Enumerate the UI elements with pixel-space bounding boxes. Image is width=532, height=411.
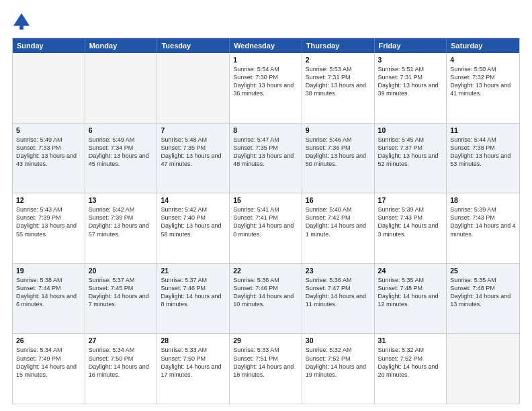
cell-info: Sunrise: 5:50 AMSunset: 7:32 PMDaylight:… — [450, 65, 516, 98]
day-number: 20 — [89, 267, 154, 275]
cell-info: Sunrise: 5:45 AMSunset: 7:37 PMDaylight:… — [378, 136, 443, 169]
calendar-cell-r0-c3: 1Sunrise: 5:54 AMSunset: 7:30 PMDaylight… — [230, 53, 302, 123]
day-number: 2 — [306, 56, 371, 64]
cell-info: Sunrise: 5:49 AMSunset: 7:34 PMDaylight:… — [89, 136, 154, 169]
cell-info: Sunrise: 5:39 AMSunset: 7:43 PMDaylight:… — [450, 205, 516, 238]
cell-info: Sunrise: 5:54 AMSunset: 7:30 PMDaylight:… — [233, 65, 298, 98]
logo — [12, 12, 34, 31]
day-number: 1 — [233, 56, 298, 64]
cell-info: Sunrise: 5:34 AMSunset: 7:49 PMDaylight:… — [16, 346, 81, 379]
day-number: 26 — [16, 336, 81, 345]
calendar-cell-r4-c6 — [447, 334, 519, 404]
cell-info: Sunrise: 5:33 AMSunset: 7:51 PMDaylight:… — [233, 346, 298, 379]
day-number: 25 — [450, 267, 516, 275]
calendar-row-3: 19Sunrise: 5:38 AMSunset: 7:44 PMDayligh… — [13, 263, 519, 334]
cell-info: Sunrise: 5:51 AMSunset: 7:31 PMDaylight:… — [378, 65, 443, 98]
day-number: 16 — [306, 196, 371, 204]
cell-info: Sunrise: 5:36 AMSunset: 7:46 PMDaylight:… — [233, 276, 298, 309]
cell-info: Sunrise: 5:36 AMSunset: 7:47 PMDaylight:… — [306, 276, 371, 309]
calendar-cell-r0-c6: 4Sunrise: 5:50 AMSunset: 7:32 PMDaylight… — [447, 53, 519, 123]
day-number: 21 — [161, 267, 226, 275]
day-number: 29 — [233, 336, 298, 345]
calendar-row-4: 26Sunrise: 5:34 AMSunset: 7:49 PMDayligh… — [13, 333, 519, 404]
calendar-cell-r4-c0: 26Sunrise: 5:34 AMSunset: 7:49 PMDayligh… — [13, 334, 85, 404]
day-number: 23 — [306, 267, 371, 275]
day-number: 4 — [450, 56, 516, 64]
day-number: 7 — [161, 126, 226, 134]
day-number: 22 — [233, 267, 298, 275]
cell-info: Sunrise: 5:35 AMSunset: 7:48 PMDaylight:… — [378, 276, 443, 309]
day-number: 27 — [89, 336, 154, 345]
cell-info: Sunrise: 5:43 AMSunset: 7:39 PMDaylight:… — [16, 205, 81, 238]
cell-info: Sunrise: 5:44 AMSunset: 7:38 PMDaylight:… — [450, 136, 516, 169]
calendar-cell-r1-c3: 8Sunrise: 5:47 AMSunset: 7:35 PMDaylight… — [230, 124, 302, 193]
calendar-cell-r2-c6: 18Sunrise: 5:39 AMSunset: 7:43 PMDayligh… — [447, 193, 519, 263]
cell-info: Sunrise: 5:34 AMSunset: 7:50 PMDaylight:… — [89, 346, 154, 379]
header — [12, 12, 520, 31]
calendar-cell-r1-c4: 9Sunrise: 5:46 AMSunset: 7:36 PMDaylight… — [302, 124, 375, 193]
calendar-body: 1Sunrise: 5:54 AMSunset: 7:30 PMDaylight… — [13, 53, 519, 404]
calendar-cell-r1-c6: 11Sunrise: 5:44 AMSunset: 7:38 PMDayligh… — [447, 124, 519, 193]
cell-info: Sunrise: 5:42 AMSunset: 7:39 PMDaylight:… — [89, 205, 154, 238]
cell-info: Sunrise: 5:37 AMSunset: 7:46 PMDaylight:… — [161, 276, 226, 309]
header-day-monday: Monday — [85, 38, 158, 53]
day-number: 31 — [378, 336, 443, 345]
cell-info: Sunrise: 5:53 AMSunset: 7:31 PMDaylight:… — [306, 65, 371, 98]
calendar-cell-r3-c6: 25Sunrise: 5:35 AMSunset: 7:48 PMDayligh… — [447, 264, 519, 334]
header-day-wednesday: Wednesday — [230, 38, 302, 53]
day-number: 5 — [16, 126, 81, 134]
cell-info: Sunrise: 5:38 AMSunset: 7:44 PMDaylight:… — [16, 276, 81, 309]
cell-info: Sunrise: 5:42 AMSunset: 7:40 PMDaylight:… — [161, 205, 226, 238]
calendar-cell-r4-c2: 28Sunrise: 5:33 AMSunset: 7:50 PMDayligh… — [157, 334, 230, 404]
day-number: 30 — [306, 336, 371, 345]
calendar-cell-r3-c5: 24Sunrise: 5:35 AMSunset: 7:48 PMDayligh… — [375, 264, 447, 334]
calendar-cell-r2-c2: 14Sunrise: 5:42 AMSunset: 7:40 PMDayligh… — [157, 193, 230, 263]
header-day-friday: Friday — [375, 38, 447, 53]
calendar-cell-r2-c1: 13Sunrise: 5:42 AMSunset: 7:39 PMDayligh… — [85, 193, 158, 263]
day-number: 12 — [16, 196, 81, 204]
calendar-cell-r0-c4: 2Sunrise: 5:53 AMSunset: 7:31 PMDaylight… — [302, 53, 375, 123]
day-number: 17 — [378, 196, 443, 204]
day-number: 14 — [161, 196, 226, 204]
day-number: 28 — [161, 336, 226, 345]
header-day-thursday: Thursday — [302, 38, 375, 53]
calendar-cell-r3-c1: 20Sunrise: 5:37 AMSunset: 7:45 PMDayligh… — [85, 264, 158, 334]
calendar-cell-r2-c4: 16Sunrise: 5:40 AMSunset: 7:42 PMDayligh… — [302, 193, 375, 263]
header-day-tuesday: Tuesday — [157, 38, 230, 53]
header-day-saturday: Saturday — [447, 38, 519, 53]
cell-info: Sunrise: 5:32 AMSunset: 7:52 PMDaylight:… — [378, 346, 443, 379]
calendar-cell-r1-c0: 5Sunrise: 5:49 AMSunset: 7:33 PMDaylight… — [13, 124, 85, 193]
calendar-header: SundayMondayTuesdayWednesdayThursdayFrid… — [13, 38, 519, 53]
cell-info: Sunrise: 5:32 AMSunset: 7:52 PMDaylight:… — [306, 346, 371, 379]
day-number: 3 — [378, 56, 443, 64]
calendar-cell-r4-c5: 31Sunrise: 5:32 AMSunset: 7:52 PMDayligh… — [375, 334, 447, 404]
calendar: SundayMondayTuesdayWednesdayThursdayFrid… — [12, 38, 520, 404]
header-day-sunday: Sunday — [13, 38, 85, 53]
cell-info: Sunrise: 5:41 AMSunset: 7:41 PMDaylight:… — [233, 205, 298, 238]
calendar-cell-r2-c0: 12Sunrise: 5:43 AMSunset: 7:39 PMDayligh… — [13, 193, 85, 263]
cell-info: Sunrise: 5:39 AMSunset: 7:43 PMDaylight:… — [378, 205, 443, 238]
page: SundayMondayTuesdayWednesdayThursdayFrid… — [0, 0, 532, 411]
svg-rect-1 — [19, 24, 24, 30]
day-number: 8 — [233, 126, 298, 134]
day-number: 10 — [378, 126, 443, 134]
cell-info: Sunrise: 5:37 AMSunset: 7:45 PMDaylight:… — [89, 276, 154, 309]
calendar-cell-r4-c1: 27Sunrise: 5:34 AMSunset: 7:50 PMDayligh… — [85, 334, 158, 404]
day-number: 15 — [233, 196, 298, 204]
calendar-row-1: 5Sunrise: 5:49 AMSunset: 7:33 PMDaylight… — [13, 123, 519, 193]
calendar-cell-r3-c3: 22Sunrise: 5:36 AMSunset: 7:46 PMDayligh… — [230, 264, 302, 334]
day-number: 13 — [89, 196, 154, 204]
calendar-row-0: 1Sunrise: 5:54 AMSunset: 7:30 PMDaylight… — [13, 53, 519, 123]
calendar-cell-r0-c0 — [13, 53, 85, 123]
cell-info: Sunrise: 5:33 AMSunset: 7:50 PMDaylight:… — [161, 346, 226, 379]
day-number: 9 — [306, 126, 371, 134]
calendar-cell-r3-c2: 21Sunrise: 5:37 AMSunset: 7:46 PMDayligh… — [157, 264, 230, 334]
day-number: 19 — [16, 267, 81, 275]
calendar-cell-r2-c5: 17Sunrise: 5:39 AMSunset: 7:43 PMDayligh… — [375, 193, 447, 263]
logo-icon — [12, 12, 31, 31]
calendar-cell-r4-c4: 30Sunrise: 5:32 AMSunset: 7:52 PMDayligh… — [302, 334, 375, 404]
calendar-cell-r0-c2 — [157, 53, 230, 123]
calendar-cell-r3-c4: 23Sunrise: 5:36 AMSunset: 7:47 PMDayligh… — [302, 264, 375, 334]
calendar-cell-r1-c5: 10Sunrise: 5:45 AMSunset: 7:37 PMDayligh… — [375, 124, 447, 193]
day-number: 24 — [378, 267, 443, 275]
